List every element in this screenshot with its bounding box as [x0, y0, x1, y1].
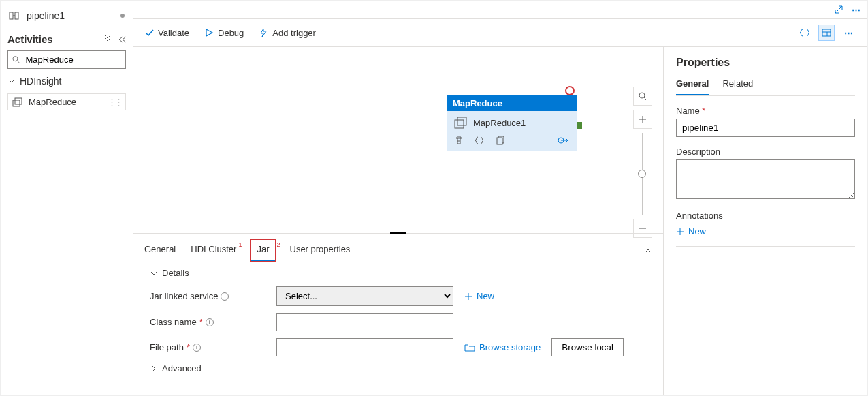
- svg-rect-11: [457, 117, 466, 125]
- pipeline-icon: [9, 11, 21, 20]
- advanced-label: Advanced: [162, 363, 202, 374]
- panel-collapse-button[interactable]: [644, 247, 652, 255]
- folder-icon: [464, 344, 475, 352]
- activity-label: MapReduce: [29, 97, 76, 107]
- svg-rect-6: [15, 98, 22, 104]
- svg-line-15: [644, 97, 647, 100]
- plus-icon: [639, 115, 647, 123]
- pipeline-toolbar: Validate Debug Add trigger ⋯: [133, 18, 867, 47]
- activities-title: Activities: [7, 33, 53, 45]
- new-linked-service-button[interactable]: New: [464, 291, 494, 301]
- info-icon[interactable]: i: [206, 318, 214, 326]
- jar-linked-service-label: Jar linked service: [150, 291, 218, 301]
- pipeline-tab[interactable]: pipeline1: [7, 6, 126, 25]
- prop-description-label: Description: [676, 147, 855, 157]
- properties-button[interactable]: [818, 25, 835, 41]
- validation-error-indicator-icon: [565, 86, 575, 95]
- svg-line-4: [17, 61, 20, 63]
- add-trigger-label: Add trigger: [272, 28, 316, 38]
- jar-badge: 2: [276, 241, 280, 248]
- svg-rect-5: [13, 100, 20, 106]
- svg-rect-1: [15, 12, 18, 19]
- zoom-track[interactable]: [642, 133, 643, 215]
- properties-tab-related[interactable]: Related: [722, 78, 753, 95]
- minus-icon: [639, 224, 647, 232]
- expand-icon[interactable]: [834, 5, 843, 14]
- play-icon: [204, 28, 214, 37]
- browse-local-button[interactable]: Browse local: [551, 338, 624, 356]
- node-name: MapReduce1: [473, 118, 526, 128]
- info-icon[interactable]: i: [193, 344, 201, 352]
- tab-general[interactable]: General: [144, 240, 176, 261]
- toolbar-more-button[interactable]: ⋯: [840, 25, 856, 41]
- jar-linked-service-select[interactable]: Select...: [276, 286, 453, 306]
- trash-icon: [454, 136, 464, 145]
- details-label: Details: [162, 268, 189, 278]
- search-icon: [639, 92, 647, 101]
- node-code-button[interactable]: [475, 136, 484, 145]
- required-icon: *: [199, 317, 203, 327]
- advanced-section-toggle[interactable]: Advanced: [150, 363, 647, 374]
- more-icon[interactable]: ⋯: [852, 5, 861, 15]
- properties-panel: Properties General Related Name * Descri…: [663, 47, 867, 395]
- activity-mapreduce[interactable]: MapReduce ⋮⋮: [7, 93, 126, 110]
- delete-node-button[interactable]: [454, 136, 464, 145]
- mapreduce-icon: [12, 97, 23, 107]
- info-icon[interactable]: i: [221, 292, 229, 301]
- details-section-toggle[interactable]: Details: [150, 268, 647, 278]
- mapreduce-node[interactable]: MapReduce MapReduce1: [447, 95, 577, 151]
- zoom-control: [633, 87, 652, 238]
- zoom-search-button[interactable]: [633, 87, 652, 106]
- activities-search[interactable]: [7, 50, 126, 69]
- file-path-input[interactable]: [276, 338, 453, 356]
- tab-jar[interactable]: Jar2: [251, 240, 274, 261]
- svg-point-14: [639, 93, 645, 98]
- activities-sidebar: pipeline1 Activities HDInsight MapR: [1, 1, 133, 395]
- copy-icon: [495, 136, 504, 145]
- check-icon: [144, 28, 154, 37]
- debug-button[interactable]: Debug: [204, 28, 244, 38]
- zoom-in-button[interactable]: [633, 110, 652, 129]
- browse-storage-button[interactable]: Browse storage: [464, 342, 541, 352]
- tab-hdi-cluster[interactable]: HDI Cluster1: [191, 240, 236, 261]
- node-header: MapReduce: [447, 95, 577, 111]
- properties-tab-general[interactable]: General: [676, 78, 709, 95]
- svg-point-3: [13, 57, 18, 61]
- validate-button[interactable]: Validate: [144, 28, 189, 38]
- add-trigger-button[interactable]: Add trigger: [259, 28, 316, 38]
- code-view-button[interactable]: [797, 25, 813, 41]
- braces-icon: [475, 136, 484, 145]
- properties-title: Properties: [676, 57, 855, 69]
- collapse-all-icon[interactable]: [103, 35, 112, 44]
- new-label: New: [477, 291, 494, 301]
- plus-icon: [676, 228, 684, 236]
- drag-grip-icon: ⋮⋮: [108, 97, 121, 107]
- zoom-thumb[interactable]: [638, 170, 646, 178]
- annotations-label: Annotations: [676, 211, 855, 221]
- activities-search-input[interactable]: [25, 54, 121, 65]
- hide-panel-icon[interactable]: [116, 35, 126, 44]
- tab-user-properties[interactable]: User properties: [290, 240, 351, 261]
- validate-label: Validate: [158, 28, 189, 38]
- pipeline-canvas[interactable]: MapReduce MapReduce1: [133, 47, 663, 395]
- output-arrow-icon: [558, 136, 570, 144]
- annotation-new-button[interactable]: New: [676, 226, 855, 237]
- required-icon: *: [187, 342, 190, 352]
- required-icon: *: [702, 106, 705, 116]
- panel-resize-handle[interactable]: [390, 232, 406, 234]
- category-hdinsight[interactable]: HDInsight: [7, 76, 126, 87]
- hdi-badge: 1: [238, 241, 242, 248]
- prop-description-textarea[interactable]: [676, 159, 855, 199]
- output-port[interactable]: [577, 122, 582, 129]
- copy-node-button[interactable]: [495, 136, 504, 145]
- braces-icon: [799, 28, 810, 37]
- class-name-input[interactable]: [276, 313, 453, 331]
- plus-icon: [464, 292, 472, 301]
- svg-rect-0: [10, 12, 13, 19]
- annotation-new-label: New: [688, 226, 706, 237]
- bottom-panel: General HDI Cluster1 Jar2 User propertie…: [133, 233, 663, 395]
- prop-name-input[interactable]: [676, 119, 855, 137]
- svg-rect-12: [497, 138, 502, 144]
- svg-rect-7: [822, 29, 831, 36]
- node-output-button[interactable]: [558, 136, 570, 144]
